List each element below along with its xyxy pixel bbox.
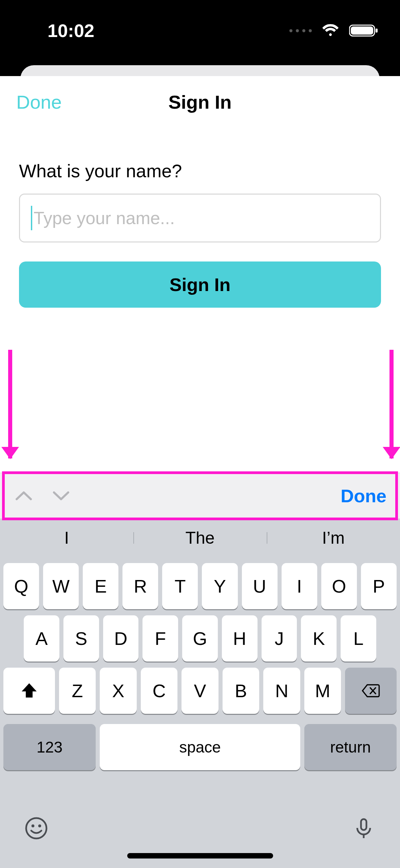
numbers-key[interactable]: 123	[3, 724, 96, 770]
keyboard-accessory-bar: Done	[0, 473, 400, 519]
key-p[interactable]: P	[361, 563, 397, 609]
wifi-icon	[321, 24, 340, 37]
next-field-button[interactable]	[51, 486, 71, 506]
key-row-2: A S D F G H J K L	[0, 615, 400, 662]
svg-rect-2	[376, 29, 378, 33]
prev-field-button[interactable]	[14, 486, 34, 506]
done-button[interactable]: Done	[16, 91, 62, 113]
suggestion-3[interactable]: I’m	[267, 528, 400, 548]
svg-point-6	[32, 825, 34, 827]
keyboard: I The I’m Q W E R T Y U I O P A S D F G …	[0, 519, 400, 868]
return-key[interactable]: return	[304, 724, 397, 770]
key-g[interactable]: G	[182, 615, 218, 662]
key-w[interactable]: W	[43, 563, 79, 609]
key-b[interactable]: B	[223, 668, 259, 714]
battery-icon	[349, 24, 378, 37]
key-row-4: 123 space return	[0, 720, 400, 770]
dictation-button[interactable]	[352, 816, 376, 840]
key-c[interactable]: C	[141, 668, 177, 714]
status-right	[289, 24, 378, 37]
suggestion-1[interactable]: I	[0, 528, 133, 548]
key-y[interactable]: Y	[202, 563, 237, 609]
key-i[interactable]: I	[282, 563, 317, 609]
status-time: 10:02	[47, 20, 94, 41]
key-m[interactable]: M	[304, 668, 341, 714]
key-x[interactable]: X	[100, 668, 136, 714]
key-q[interactable]: Q	[3, 563, 39, 609]
key-j[interactable]: J	[262, 615, 297, 662]
svg-point-7	[38, 825, 41, 827]
shift-key[interactable]	[3, 668, 55, 714]
key-t[interactable]: T	[162, 563, 198, 609]
key-n[interactable]: N	[263, 668, 300, 714]
backspace-icon	[361, 681, 380, 700]
keyboard-footer	[0, 807, 400, 868]
key-row-3: Z X C V B N M	[0, 668, 400, 714]
key-d[interactable]: D	[103, 615, 139, 662]
content: What is your name? Sign In	[0, 128, 400, 308]
key-o[interactable]: O	[321, 563, 357, 609]
microphone-icon	[352, 816, 376, 840]
suggestion-2[interactable]: The	[133, 528, 267, 548]
svg-point-5	[26, 818, 46, 838]
name-input-container[interactable]	[19, 194, 381, 242]
shift-icon	[20, 681, 39, 700]
svg-rect-1	[351, 26, 373, 35]
suggestion-bar: I The I’m	[0, 519, 400, 557]
annotation-arrow-left	[8, 350, 12, 458]
nav-bar: Done Sign In	[0, 76, 400, 128]
space-key[interactable]: space	[100, 724, 300, 770]
key-k[interactable]: K	[301, 615, 337, 662]
key-e[interactable]: E	[83, 563, 118, 609]
key-v[interactable]: V	[182, 668, 218, 714]
emoji-button[interactable]	[24, 816, 48, 840]
key-h[interactable]: H	[222, 615, 258, 662]
name-prompt-label: What is your name?	[19, 160, 381, 181]
page-title: Sign In	[168, 91, 232, 113]
keyboard-done-button[interactable]: Done	[341, 485, 386, 506]
text-caret	[31, 206, 32, 230]
backspace-key[interactable]	[345, 668, 397, 714]
key-f[interactable]: F	[142, 615, 178, 662]
key-a[interactable]: A	[24, 615, 59, 662]
signin-button[interactable]: Sign In	[19, 261, 381, 308]
pagination-dots-icon	[289, 29, 312, 32]
key-u[interactable]: U	[242, 563, 278, 609]
svg-rect-8	[361, 819, 366, 830]
key-l[interactable]: L	[341, 615, 376, 662]
chevron-up-icon	[15, 490, 32, 501]
key-s[interactable]: S	[63, 615, 99, 662]
key-r[interactable]: R	[122, 563, 158, 609]
name-input[interactable]	[33, 207, 369, 229]
annotation-arrow-right	[389, 350, 394, 458]
key-z[interactable]: Z	[59, 668, 96, 714]
status-bar: 10:02	[0, 0, 400, 61]
emoji-icon	[24, 816, 48, 840]
chevron-down-icon	[53, 490, 70, 501]
home-indicator[interactable]	[127, 853, 273, 858]
key-row-1: Q W E R T Y U I O P	[0, 563, 400, 609]
